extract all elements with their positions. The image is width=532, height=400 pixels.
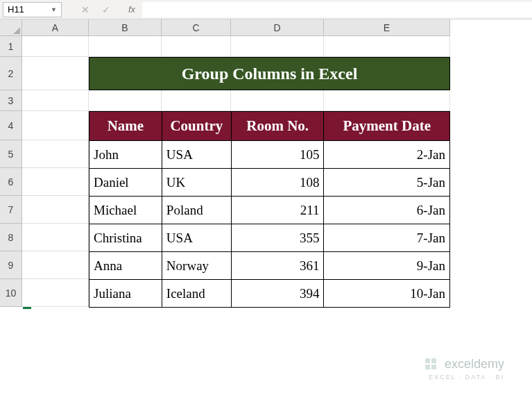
cell[interactable]	[22, 224, 89, 251]
table-cell[interactable]: 5-Jan	[324, 169, 450, 197]
row-header-6[interactable]: 6	[0, 168, 22, 196]
table-cell[interactable]: 2-Jan	[324, 141, 450, 169]
title-text: Group Columns in Excel	[182, 65, 358, 83]
cell[interactable]	[324, 36, 450, 57]
table-cell[interactable]: Anna	[89, 252, 162, 280]
table-row: JulianaIceland39410-Jan	[89, 280, 450, 308]
grid-body: 12345678910 Group Columns in Excel NameC…	[0, 36, 532, 307]
table-cell[interactable]: 10-Jan	[324, 280, 450, 308]
table-cell[interactable]: John	[89, 141, 162, 169]
cell[interactable]	[22, 90, 89, 111]
cell[interactable]	[22, 36, 89, 57]
table-cell[interactable]: 7-Jan	[324, 224, 450, 252]
cell[interactable]	[22, 140, 89, 168]
table-cell[interactable]: Iceland	[162, 280, 231, 308]
cell[interactable]	[22, 111, 89, 140]
column-header-E[interactable]: E	[324, 19, 450, 36]
table-row: JohnUSA1052-Jan	[89, 141, 450, 169]
row-header-5[interactable]: 5	[0, 140, 22, 168]
row-header-9[interactable]: 9	[0, 251, 22, 279]
cell[interactable]	[22, 57, 89, 90]
row-header-10[interactable]: 10	[0, 279, 22, 307]
watermark: exceldemy	[422, 356, 504, 372]
column-header-C[interactable]: C	[162, 19, 231, 36]
cancel-icon: ✕	[81, 4, 89, 15]
selection-indicator	[23, 307, 31, 309]
table-cell[interactable]: Norway	[162, 252, 231, 280]
row-header-1[interactable]: 1	[0, 36, 22, 57]
cell[interactable]	[231, 36, 324, 57]
cell[interactable]	[89, 90, 162, 111]
table-cell[interactable]: 108	[231, 169, 324, 197]
cell[interactable]	[231, 90, 324, 111]
table-cell[interactable]: Juliana	[89, 280, 162, 308]
row-header-7[interactable]: 7	[0, 196, 22, 224]
table-cell[interactable]: 355	[231, 224, 324, 252]
row-header-4[interactable]: 4	[0, 111, 22, 140]
cell[interactable]	[22, 196, 89, 224]
table-cell[interactable]: 361	[231, 252, 324, 280]
table-cell[interactable]: 105	[231, 141, 324, 169]
formula-input[interactable]	[142, 2, 532, 17]
table-cell[interactable]: 211	[231, 197, 324, 224]
table-header-cell[interactable]: Room No.	[231, 112, 324, 141]
column-headers: ABCDE	[22, 19, 450, 36]
table-row: ChristinaUSA3557-Jan	[89, 224, 450, 252]
grid-header-row: ABCDE	[0, 19, 532, 36]
table-cell[interactable]: Daniel	[89, 169, 162, 197]
select-all-corner[interactable]	[0, 19, 22, 36]
table-cell[interactable]: USA	[162, 141, 231, 169]
sheet-body: Group Columns in Excel NameCountryRoom N…	[22, 36, 450, 307]
cell[interactable]	[22, 279, 89, 307]
watermark-subtitle: EXCEL · DATA · BI	[429, 374, 504, 381]
confirm-icon: ✓	[102, 4, 110, 15]
row-headers: 12345678910	[0, 36, 22, 307]
title-banner: Group Columns in Excel	[89, 57, 450, 90]
data-table: NameCountryRoom No.Payment Date JohnUSA1…	[89, 111, 450, 308]
row-header-2[interactable]: 2	[0, 57, 22, 90]
row-header-8[interactable]: 8	[0, 224, 22, 251]
cell[interactable]	[324, 90, 450, 111]
watermark-text: exceldemy	[445, 357, 504, 372]
table-header-cell[interactable]: Name	[89, 112, 162, 141]
cell[interactable]	[22, 168, 89, 196]
table-body: JohnUSA1052-JanDanielUK1085-JanMichaelPo…	[89, 141, 450, 308]
cell[interactable]	[162, 90, 231, 111]
table-cell[interactable]: 9-Jan	[324, 252, 450, 280]
fx-icon[interactable]: fx	[128, 4, 135, 15]
column-header-B[interactable]: B	[89, 19, 162, 36]
table-cell[interactable]: Michael	[89, 197, 162, 224]
name-box-dropdown-icon[interactable]: ▼	[51, 6, 57, 13]
table-cell[interactable]: 6-Jan	[324, 197, 450, 224]
table-header-cell[interactable]: Payment Date	[324, 112, 450, 141]
table-header-row: NameCountryRoom No.Payment Date	[89, 112, 450, 141]
column-header-D[interactable]: D	[231, 19, 324, 36]
table-cell[interactable]: Christina	[89, 224, 162, 252]
table-cell[interactable]: 394	[231, 280, 324, 308]
cell[interactable]	[162, 36, 231, 57]
table-row: AnnaNorway3619-Jan	[89, 252, 450, 280]
table-cell[interactable]: UK	[162, 169, 231, 197]
table-cell[interactable]: USA	[162, 224, 231, 252]
name-box[interactable]: H11 ▼	[3, 2, 62, 17]
watermark-icon	[422, 356, 439, 372]
formula-icons: ✕ ✓ fx	[81, 4, 135, 15]
row-header-3[interactable]: 3	[0, 90, 22, 111]
cell[interactable]	[89, 36, 162, 57]
table-header-cell[interactable]: Country	[162, 112, 231, 141]
table-row: DanielUK1085-Jan	[89, 169, 450, 197]
table-cell[interactable]: Poland	[162, 197, 231, 224]
cell[interactable]	[22, 251, 89, 279]
formula-bar-row: H11 ▼ ✕ ✓ fx	[0, 0, 532, 19]
name-box-value: H11	[8, 4, 24, 15]
column-header-A[interactable]: A	[22, 19, 89, 36]
table-row: MichaelPoland2116-Jan	[89, 197, 450, 224]
